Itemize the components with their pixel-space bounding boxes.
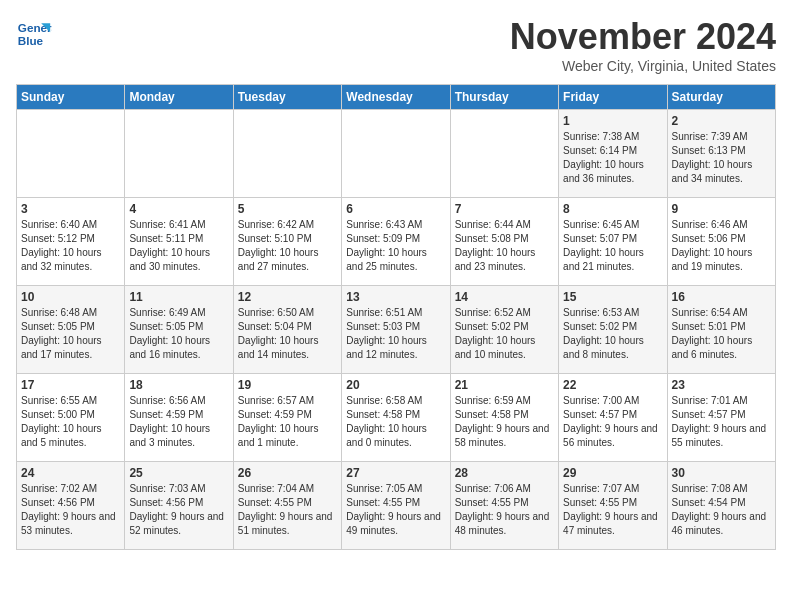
day-number: 5	[238, 202, 337, 216]
day-number: 1	[563, 114, 662, 128]
day-info: Sunrise: 6:44 AM Sunset: 5:08 PM Dayligh…	[455, 218, 554, 274]
day-info: Sunrise: 6:43 AM Sunset: 5:09 PM Dayligh…	[346, 218, 445, 274]
day-cell: 21Sunrise: 6:59 AM Sunset: 4:58 PM Dayli…	[450, 374, 558, 462]
day-info: Sunrise: 6:51 AM Sunset: 5:03 PM Dayligh…	[346, 306, 445, 362]
day-cell: 16Sunrise: 6:54 AM Sunset: 5:01 PM Dayli…	[667, 286, 775, 374]
day-cell: 9Sunrise: 6:46 AM Sunset: 5:06 PM Daylig…	[667, 198, 775, 286]
day-cell: 15Sunrise: 6:53 AM Sunset: 5:02 PM Dayli…	[559, 286, 667, 374]
week-row-2: 3Sunrise: 6:40 AM Sunset: 5:12 PM Daylig…	[17, 198, 776, 286]
day-info: Sunrise: 6:58 AM Sunset: 4:58 PM Dayligh…	[346, 394, 445, 450]
day-number: 20	[346, 378, 445, 392]
day-cell: 18Sunrise: 6:56 AM Sunset: 4:59 PM Dayli…	[125, 374, 233, 462]
day-info: Sunrise: 6:55 AM Sunset: 5:00 PM Dayligh…	[21, 394, 120, 450]
day-number: 10	[21, 290, 120, 304]
day-header-saturday: Saturday	[667, 85, 775, 110]
day-cell: 10Sunrise: 6:48 AM Sunset: 5:05 PM Dayli…	[17, 286, 125, 374]
day-cell: 27Sunrise: 7:05 AM Sunset: 4:55 PM Dayli…	[342, 462, 450, 550]
day-info: Sunrise: 6:45 AM Sunset: 5:07 PM Dayligh…	[563, 218, 662, 274]
day-number: 4	[129, 202, 228, 216]
logo: General Blue	[16, 16, 52, 52]
day-info: Sunrise: 6:42 AM Sunset: 5:10 PM Dayligh…	[238, 218, 337, 274]
day-info: Sunrise: 7:04 AM Sunset: 4:55 PM Dayligh…	[238, 482, 337, 538]
day-info: Sunrise: 6:48 AM Sunset: 5:05 PM Dayligh…	[21, 306, 120, 362]
day-number: 17	[21, 378, 120, 392]
day-cell: 17Sunrise: 6:55 AM Sunset: 5:00 PM Dayli…	[17, 374, 125, 462]
day-number: 29	[563, 466, 662, 480]
day-info: Sunrise: 6:52 AM Sunset: 5:02 PM Dayligh…	[455, 306, 554, 362]
day-cell	[17, 110, 125, 198]
day-number: 14	[455, 290, 554, 304]
svg-text:Blue: Blue	[18, 34, 44, 47]
day-number: 6	[346, 202, 445, 216]
header: General Blue November 2024 Weber City, V…	[16, 16, 776, 74]
day-info: Sunrise: 6:50 AM Sunset: 5:04 PM Dayligh…	[238, 306, 337, 362]
day-info: Sunrise: 7:08 AM Sunset: 4:54 PM Dayligh…	[672, 482, 771, 538]
week-row-3: 10Sunrise: 6:48 AM Sunset: 5:05 PM Dayli…	[17, 286, 776, 374]
day-number: 9	[672, 202, 771, 216]
day-number: 26	[238, 466, 337, 480]
day-cell: 28Sunrise: 7:06 AM Sunset: 4:55 PM Dayli…	[450, 462, 558, 550]
day-number: 24	[21, 466, 120, 480]
day-info: Sunrise: 7:07 AM Sunset: 4:55 PM Dayligh…	[563, 482, 662, 538]
day-info: Sunrise: 6:53 AM Sunset: 5:02 PM Dayligh…	[563, 306, 662, 362]
day-number: 25	[129, 466, 228, 480]
day-number: 16	[672, 290, 771, 304]
day-cell: 24Sunrise: 7:02 AM Sunset: 4:56 PM Dayli…	[17, 462, 125, 550]
day-cell: 22Sunrise: 7:00 AM Sunset: 4:57 PM Dayli…	[559, 374, 667, 462]
day-info: Sunrise: 7:01 AM Sunset: 4:57 PM Dayligh…	[672, 394, 771, 450]
day-info: Sunrise: 7:02 AM Sunset: 4:56 PM Dayligh…	[21, 482, 120, 538]
day-number: 19	[238, 378, 337, 392]
day-cell: 5Sunrise: 6:42 AM Sunset: 5:10 PM Daylig…	[233, 198, 341, 286]
day-number: 2	[672, 114, 771, 128]
day-cell: 19Sunrise: 6:57 AM Sunset: 4:59 PM Dayli…	[233, 374, 341, 462]
day-header-tuesday: Tuesday	[233, 85, 341, 110]
day-cell: 4Sunrise: 6:41 AM Sunset: 5:11 PM Daylig…	[125, 198, 233, 286]
day-header-friday: Friday	[559, 85, 667, 110]
day-cell	[233, 110, 341, 198]
day-header-monday: Monday	[125, 85, 233, 110]
day-cell: 20Sunrise: 6:58 AM Sunset: 4:58 PM Dayli…	[342, 374, 450, 462]
title-area: November 2024 Weber City, Virginia, Unit…	[510, 16, 776, 74]
day-number: 11	[129, 290, 228, 304]
day-cell: 13Sunrise: 6:51 AM Sunset: 5:03 PM Dayli…	[342, 286, 450, 374]
day-info: Sunrise: 6:46 AM Sunset: 5:06 PM Dayligh…	[672, 218, 771, 274]
day-cell: 30Sunrise: 7:08 AM Sunset: 4:54 PM Dayli…	[667, 462, 775, 550]
day-number: 13	[346, 290, 445, 304]
day-number: 15	[563, 290, 662, 304]
day-cell	[342, 110, 450, 198]
week-row-1: 1Sunrise: 7:38 AM Sunset: 6:14 PM Daylig…	[17, 110, 776, 198]
day-number: 22	[563, 378, 662, 392]
day-cell: 8Sunrise: 6:45 AM Sunset: 5:07 PM Daylig…	[559, 198, 667, 286]
week-row-4: 17Sunrise: 6:55 AM Sunset: 5:00 PM Dayli…	[17, 374, 776, 462]
day-number: 12	[238, 290, 337, 304]
day-number: 3	[21, 202, 120, 216]
day-info: Sunrise: 6:57 AM Sunset: 4:59 PM Dayligh…	[238, 394, 337, 450]
header-row: SundayMondayTuesdayWednesdayThursdayFrid…	[17, 85, 776, 110]
day-info: Sunrise: 6:59 AM Sunset: 4:58 PM Dayligh…	[455, 394, 554, 450]
day-number: 23	[672, 378, 771, 392]
day-info: Sunrise: 6:40 AM Sunset: 5:12 PM Dayligh…	[21, 218, 120, 274]
day-header-wednesday: Wednesday	[342, 85, 450, 110]
day-header-thursday: Thursday	[450, 85, 558, 110]
day-cell: 3Sunrise: 6:40 AM Sunset: 5:12 PM Daylig…	[17, 198, 125, 286]
day-number: 8	[563, 202, 662, 216]
day-number: 28	[455, 466, 554, 480]
day-info: Sunrise: 6:49 AM Sunset: 5:05 PM Dayligh…	[129, 306, 228, 362]
day-header-sunday: Sunday	[17, 85, 125, 110]
day-number: 18	[129, 378, 228, 392]
day-cell: 12Sunrise: 6:50 AM Sunset: 5:04 PM Dayli…	[233, 286, 341, 374]
day-info: Sunrise: 6:56 AM Sunset: 4:59 PM Dayligh…	[129, 394, 228, 450]
week-row-5: 24Sunrise: 7:02 AM Sunset: 4:56 PM Dayli…	[17, 462, 776, 550]
day-info: Sunrise: 7:03 AM Sunset: 4:56 PM Dayligh…	[129, 482, 228, 538]
day-number: 30	[672, 466, 771, 480]
calendar-title: November 2024	[510, 16, 776, 58]
day-info: Sunrise: 6:41 AM Sunset: 5:11 PM Dayligh…	[129, 218, 228, 274]
calendar-table: SundayMondayTuesdayWednesdayThursdayFrid…	[16, 84, 776, 550]
logo-icon: General Blue	[16, 16, 52, 52]
day-cell: 1Sunrise: 7:38 AM Sunset: 6:14 PM Daylig…	[559, 110, 667, 198]
day-info: Sunrise: 7:05 AM Sunset: 4:55 PM Dayligh…	[346, 482, 445, 538]
day-cell	[450, 110, 558, 198]
day-cell: 26Sunrise: 7:04 AM Sunset: 4:55 PM Dayli…	[233, 462, 341, 550]
day-info: Sunrise: 7:00 AM Sunset: 4:57 PM Dayligh…	[563, 394, 662, 450]
day-number: 27	[346, 466, 445, 480]
